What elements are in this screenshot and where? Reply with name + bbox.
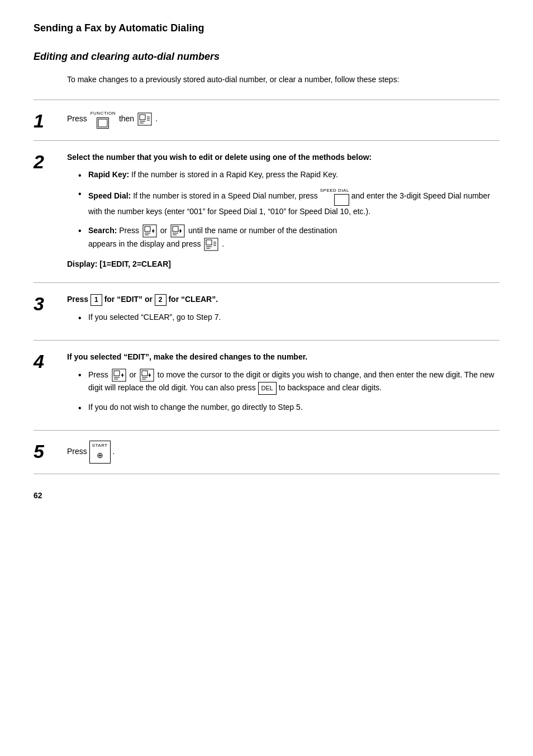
cursor-left-key-icon xyxy=(112,368,126,382)
step-1-number: 1 xyxy=(34,110,67,130)
step-3-content: Press 1 for “EDIT” or 2 for “CLEAR”. If … xyxy=(67,293,499,329)
rapid-key-bullet: Rapid Key: If the number is stored in a … xyxy=(78,169,499,181)
step-1-press-label: Press xyxy=(67,114,87,123)
step-4-number: 4 xyxy=(34,351,67,371)
section-title: Editing and clearing auto-dial numbers xyxy=(34,51,499,63)
intro-text: To make changes to a previously stored a… xyxy=(67,74,499,86)
speed-dial-key-box xyxy=(334,194,349,205)
page-number: 62 xyxy=(34,491,499,500)
svg-marker-31 xyxy=(121,373,123,377)
step-2-display-text: Display: [1=EDIT, 2=CLEAR] xyxy=(67,258,499,270)
search-bullet: Search: Press or xyxy=(78,224,499,251)
step-2: 2 Select the number that you wish to edi… xyxy=(34,141,499,283)
search-enter-key-icon xyxy=(204,238,218,251)
step-3-bullets: If you selected “CLEAR”, go to Step 7. xyxy=(78,311,499,323)
function-key-icon: FUNCTION xyxy=(91,110,116,129)
svg-marker-12 xyxy=(152,229,154,233)
step-3-for2: for “CLEAR”. xyxy=(168,295,218,304)
step-4-end-text: to backspace and clear digits. xyxy=(279,383,382,392)
step-4-bullet-2: If you do not wish to change the number,… xyxy=(78,401,499,413)
step-4-press-text: Press xyxy=(88,370,111,379)
speed-dial-label-text: Speed Dial: xyxy=(88,191,131,200)
step-1-content: Press FUNCTION then xyxy=(67,110,499,129)
page-title: Sending a Fax by Automatic Dialing xyxy=(34,22,499,34)
svg-rect-28 xyxy=(114,371,120,376)
speed-dial-key-label: SPEED DIAL xyxy=(320,187,349,194)
step-1: 1 Press FUNCTION then xyxy=(34,100,499,141)
step-3-bullet-1: If you selected “CLEAR”, go to Step 7. xyxy=(78,311,499,323)
search-label: Search: xyxy=(88,225,117,234)
search-text-pre: Press xyxy=(119,225,141,234)
step-5-end-text: . xyxy=(113,447,115,456)
step-4-bullets: Press or xyxy=(78,368,499,413)
rapid-key-text: If the number is stored in a Rapid Key, … xyxy=(131,170,338,179)
step-4-bullet-1: Press or xyxy=(78,368,499,395)
svg-marker-37 xyxy=(149,373,151,377)
search-or-text: or xyxy=(160,225,169,234)
step-1-period: . xyxy=(155,114,158,123)
search-appears-text: appears in the display and press xyxy=(88,239,203,248)
step-5-press-label: Press xyxy=(67,447,87,456)
svg-rect-2 xyxy=(140,115,145,120)
step-2-bullets: Rapid Key: If the number is stored in a … xyxy=(78,169,499,251)
step-4-content: If you selected “EDIT”, make the desired… xyxy=(67,351,499,420)
svg-rect-9 xyxy=(145,226,150,231)
svg-rect-15 xyxy=(173,226,178,231)
function-key-box xyxy=(97,117,109,129)
step-4: 4 If you selected “EDIT”, make the desir… xyxy=(34,341,499,431)
step-3-key2: 2 xyxy=(155,294,166,305)
function-label: FUNCTION xyxy=(91,110,116,117)
search-until-text: until the name or number of the destinat… xyxy=(188,225,337,234)
step-3-for1: for “EDIT” or xyxy=(104,295,153,304)
step-3-press-label: Press xyxy=(67,295,88,304)
step-5: 5 Press START ⊕ . xyxy=(34,431,499,474)
rapid-key-label: Rapid Key: xyxy=(88,170,129,179)
svg-rect-0 xyxy=(98,119,107,127)
search-right-key-icon xyxy=(170,224,185,238)
step-3-key1: 1 xyxy=(91,294,102,305)
step-2-content: Select the number that you wish to edit … xyxy=(67,151,499,272)
step-3-number: 3 xyxy=(34,293,67,313)
step-2-heading: Select the number that you wish to edit … xyxy=(67,151,499,163)
svg-rect-21 xyxy=(206,240,212,245)
start-key-icon: START ⊕ xyxy=(89,441,111,464)
step-5-number: 5 xyxy=(34,441,67,461)
speed-dial-bullet: Speed Dial: If the number is stored in a… xyxy=(78,187,499,217)
step-2-number: 2 xyxy=(34,151,67,171)
cursor-right-key-icon xyxy=(140,368,154,382)
destination-key-icon xyxy=(137,112,152,126)
step-4-heading: If you selected “EDIT”, make the desired… xyxy=(67,351,499,363)
del-key-icon: DEL xyxy=(258,382,277,395)
step-1-then-label: then xyxy=(119,114,134,123)
search-left-key-icon xyxy=(142,224,157,238)
steps-container: 1 Press FUNCTION then xyxy=(34,100,499,474)
step-3-heading: Press 1 for “EDIT” or 2 for “CLEAR”. xyxy=(67,293,499,305)
svg-rect-34 xyxy=(142,371,147,376)
start-key-symbol: ⊕ xyxy=(97,449,103,461)
step-3: 3 Press 1 for “EDIT” or 2 for “CLEAR”. I… xyxy=(34,283,499,340)
svg-marker-18 xyxy=(180,229,182,233)
speed-dial-text: If the number is stored in a Speed Dial … xyxy=(133,191,320,200)
start-key-label: START xyxy=(92,442,108,450)
speed-dial-key-wrapper: SPEED DIAL xyxy=(320,187,349,205)
search-end-period: . xyxy=(222,239,224,248)
step-4-or-text: or xyxy=(130,370,139,379)
step-5-content: Press START ⊕ . xyxy=(67,441,499,464)
